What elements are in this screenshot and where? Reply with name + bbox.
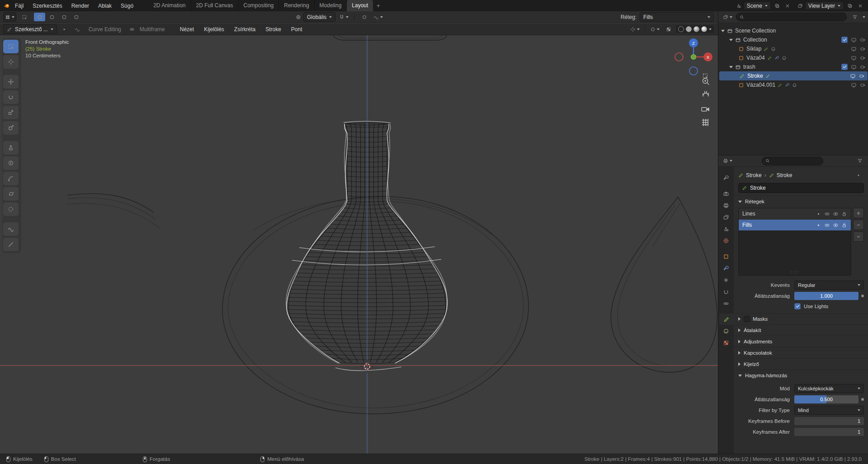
gizmo-z-negative-axis[interactable] xyxy=(689,67,698,75)
tab-object[interactable] xyxy=(719,251,733,262)
tab-modeling[interactable]: Modeling xyxy=(315,0,347,11)
lock-layer-icon[interactable] xyxy=(841,222,847,228)
channel-color-icon[interactable] xyxy=(816,222,821,228)
outliner-editor-type-button[interactable] xyxy=(722,13,734,21)
add-layer-button[interactable] xyxy=(853,208,864,218)
view-layer-selector[interactable]: View Layer xyxy=(805,1,844,10)
menu-point[interactable]: Pont xyxy=(287,25,307,34)
scene-selector[interactable]: Scene xyxy=(744,1,771,10)
tab-material[interactable] xyxy=(719,325,733,337)
hide-viewport-icon[interactable] xyxy=(851,37,857,43)
new-view-layer-button[interactable] xyxy=(846,2,854,10)
menu-view[interactable]: Nézet xyxy=(176,25,198,34)
tab-tool[interactable] xyxy=(719,172,733,183)
outliner-row-siklap[interactable]: Síklap xyxy=(718,44,868,53)
tab-object-data[interactable] xyxy=(719,314,734,325)
new-scene-button[interactable] xyxy=(773,2,781,10)
navigation-gizmo[interactable]: Z X xyxy=(675,38,712,75)
tool-extrude[interactable] xyxy=(3,141,19,155)
disclosure-triangle-icon[interactable] xyxy=(729,39,733,41)
menu-grease-pencil[interactable]: Zsírkréta xyxy=(230,25,259,34)
layers-listbox[interactable]: Lines Fills xyxy=(738,208,851,276)
disable-render-icon[interactable] xyxy=(860,37,866,43)
camera-view-button[interactable] xyxy=(702,108,709,111)
channel-color-icon[interactable] xyxy=(816,211,821,217)
keyframes-before-field[interactable]: 1 xyxy=(794,417,864,425)
tab-2d-animation[interactable]: 2D Animation xyxy=(148,0,191,11)
transform-orientation-dropdown[interactable]: Globális xyxy=(303,12,335,22)
tab-rendering[interactable]: Rendering xyxy=(279,0,314,11)
tool-to-sphere[interactable] xyxy=(3,202,19,216)
collection-checkbox[interactable] xyxy=(841,64,848,70)
tool-bend[interactable] xyxy=(3,172,19,185)
select-stroke-mode-icon[interactable] xyxy=(72,25,83,33)
use-lights-row[interactable]: Use Lights xyxy=(794,302,864,310)
properties-search[interactable] xyxy=(762,157,823,165)
outliner-row-stroke[interactable]: Stroke xyxy=(719,71,868,80)
hide-layer-icon[interactable] xyxy=(833,222,839,228)
blender-logo-icon[interactable] xyxy=(4,3,10,9)
panel-masks-header[interactable]: Masks xyxy=(734,313,868,324)
layer-row-fills[interactable]: Fills xyxy=(739,220,851,231)
falloff-curve-dropdown[interactable] xyxy=(372,13,384,21)
properties-search-input[interactable] xyxy=(772,158,820,164)
active-layer-dropdown[interactable]: Fills xyxy=(640,12,714,22)
menu-render[interactable]: Render xyxy=(67,1,93,10)
tab-constraints[interactable] xyxy=(719,298,733,309)
tab-layout[interactable]: Layout xyxy=(347,0,373,11)
outliner-row-collection[interactable]: Collection xyxy=(718,35,868,44)
viewport-canvas[interactable]: Z X xyxy=(0,35,718,454)
remove-layer-button[interactable] xyxy=(853,220,864,230)
panel-display-header[interactable]: Kijelző xyxy=(734,358,868,370)
tool-select-box[interactable] xyxy=(3,40,19,53)
select-mode-intersect-button[interactable] xyxy=(71,13,82,21)
outliner-row-scene-collection[interactable]: Scene Collection xyxy=(718,26,868,35)
breadcrumb-object[interactable]: Stroke xyxy=(738,172,762,178)
menu-help[interactable]: Súgó xyxy=(117,1,137,10)
tool-radius[interactable] xyxy=(3,156,19,170)
disclosure-triangle-icon[interactable] xyxy=(721,30,725,32)
disclosure-triangle-icon[interactable] xyxy=(729,66,733,68)
tool-rotate[interactable] xyxy=(3,90,19,104)
disable-render-icon[interactable] xyxy=(860,55,866,61)
tool-interpolate[interactable] xyxy=(3,222,19,236)
panel-onion-skinning-header[interactable]: Hagyma-hámozás xyxy=(734,370,868,381)
tool-cursor[interactable] xyxy=(3,55,19,69)
keyframes-after-field[interactable]: 1 xyxy=(794,428,864,436)
tab-2d-full-canvas[interactable]: 2D Full Canvas xyxy=(191,0,239,11)
hide-viewport-icon[interactable] xyxy=(851,82,857,88)
remove-view-layer-button[interactable] xyxy=(856,2,864,10)
outliner-search-input[interactable] xyxy=(746,14,843,20)
tab-scene[interactable] xyxy=(719,223,733,234)
panel-layers-header[interactable]: Rétegek xyxy=(734,196,868,207)
tweak-tool-icon[interactable] xyxy=(19,13,30,21)
select-mode-subtract-button[interactable] xyxy=(58,13,70,21)
menu-window[interactable]: Ablak xyxy=(94,1,116,10)
hide-viewport-icon[interactable] xyxy=(851,55,857,61)
shading-material-button[interactable] xyxy=(693,26,699,32)
shading-wireframe-button[interactable] xyxy=(678,26,684,32)
tab-physics[interactable] xyxy=(719,286,733,297)
select-mode-extend-button[interactable] xyxy=(46,13,57,21)
gizmo-x-negative-axis[interactable] xyxy=(675,53,683,61)
tool-transform[interactable] xyxy=(3,121,19,135)
tool-move[interactable] xyxy=(3,75,19,89)
tab-world[interactable] xyxy=(719,235,733,246)
hide-viewport-icon[interactable] xyxy=(850,73,856,79)
tool-scale[interactable] xyxy=(3,106,19,119)
blend-mode-dropdown[interactable]: Regular xyxy=(794,281,864,290)
tab-modifiers[interactable] xyxy=(719,262,733,274)
mode-dropdown[interactable]: Szerkesztő ... xyxy=(3,24,57,34)
tab-render[interactable] xyxy=(719,188,733,199)
properties-filter-button[interactable] xyxy=(854,157,865,165)
show-gizmo-toggle[interactable] xyxy=(629,25,641,33)
layer-specials-button[interactable] xyxy=(853,231,864,242)
editor-type-selector[interactable] xyxy=(3,12,16,22)
hide-layer-icon[interactable] xyxy=(833,211,839,217)
tool-shear[interactable] xyxy=(3,187,19,201)
onion-opacity-slider[interactable]: 0.500 xyxy=(794,395,859,403)
shading-rendered-button[interactable] xyxy=(701,26,707,32)
snap-toggle[interactable] xyxy=(338,13,350,21)
onion-mode-dropdown[interactable]: Kulcsképkockák xyxy=(794,384,864,393)
hide-viewport-icon[interactable] xyxy=(851,64,857,70)
